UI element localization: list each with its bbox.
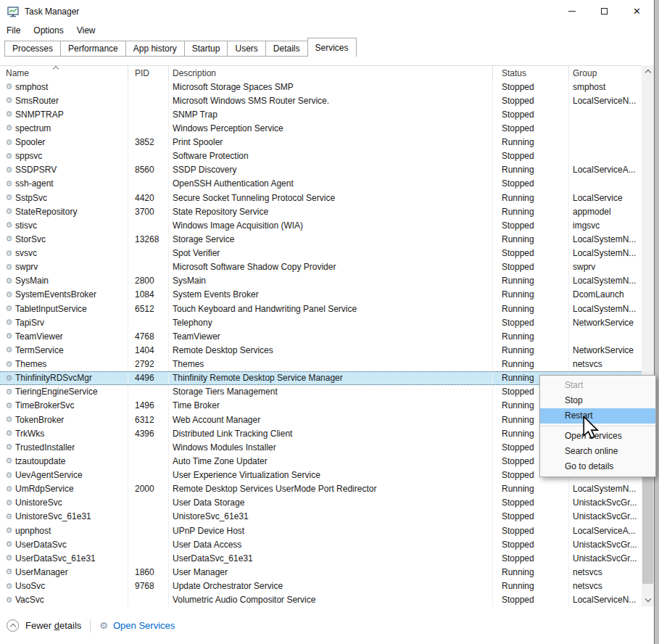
service-group-cell: netsvcs (569, 579, 642, 593)
table-row[interactable]: ⚙spectrumWindows Perception ServiceStopp… (0, 121, 642, 135)
tab-services[interactable]: Services (307, 38, 357, 57)
table-row[interactable]: ⚙SstpSvc4420Secure Socket Tunneling Prot… (0, 191, 642, 205)
service-name-text: SSDPSRV (15, 165, 57, 175)
table-row[interactable]: ⚙Themes2792ThemesRunningnetsvcs (0, 358, 642, 371)
service-description-cell: Print Spooler (169, 136, 493, 149)
table-row[interactable]: ⚙svsvcSpot VerifierStoppedLocalSystemN..… (0, 247, 642, 260)
service-name-cell: ⚙SstpSvc (0, 191, 128, 205)
table-row[interactable]: ⚙TermService1404Remote Desktop ServicesR… (0, 343, 642, 357)
menubar-item-options[interactable]: Options (27, 24, 70, 37)
service-name-cell: ⚙SNMPTRAP (0, 107, 128, 121)
close-button[interactable]: ✕ (621, 0, 653, 22)
service-name-text: sppsvc (15, 151, 42, 161)
menubar-item-view[interactable]: View (70, 24, 102, 37)
table-row[interactable]: ⚙Spooler3852Print SpoolerRunning (0, 136, 642, 149)
gear-icon: ⚙ (3, 582, 15, 591)
table-row[interactable]: ⚙ssh-agentOpenSSH Authentication AgentSt… (0, 177, 642, 191)
service-name-cell: ⚙TabletInputService (0, 302, 128, 315)
context-menu-item-search-online[interactable]: Search online (540, 444, 655, 459)
table-row[interactable]: ⚙SSDPSRV8560SSDP DiscoveryRunningLocalSe… (0, 163, 642, 177)
fewer-details-button[interactable]: Fewer details (7, 619, 81, 632)
table-row[interactable]: ⚙UserDataSvc_61e31UserDataSvc_61e31Stopp… (0, 551, 642, 565)
open-services-link[interactable]: ⚙ Open Services (99, 620, 175, 631)
context-menu-item-go-to-details[interactable]: Go to details (540, 459, 655, 474)
table-row[interactable]: ⚙SNMPTRAPSNMP TrapStopped (0, 107, 642, 121)
menu-bar: FileOptionsView (0, 23, 654, 38)
table-row[interactable]: ⚙upnphostUPnP Device HostStoppedLocalSer… (0, 524, 642, 537)
tab-users[interactable]: Users (227, 41, 265, 57)
table-row[interactable]: ⚙TabletInputService6512Touch Keyboard an… (0, 302, 642, 315)
service-name-cell: ⚙UnistoreSvc_61e31 (0, 510, 128, 524)
scroll-down-button[interactable] (642, 594, 654, 606)
arrow-cursor (582, 416, 600, 439)
service-status-cell: Stopped (493, 510, 569, 524)
service-description-cell: UnistoreSvc_61e31 (169, 510, 493, 524)
gear-icon: ⚙ (3, 595, 15, 605)
table-row[interactable]: ⚙VacSvcVolumetric Audio Compositor Servi… (0, 593, 642, 607)
service-name-text: UserManager (15, 567, 68, 577)
service-name-cell: ⚙swprv (0, 260, 128, 274)
service-group-cell: LocalServiceA... (569, 163, 642, 177)
service-name-cell: ⚙ssh-agent (0, 177, 128, 191)
service-description-cell: User Data Storage (169, 496, 493, 510)
table-row[interactable]: ⚙UserManager1860User ManagerRunningnetsv… (0, 565, 642, 579)
gear-icon: ⚙ (3, 82, 15, 91)
tab-processes[interactable]: Processes (4, 41, 61, 57)
column-header-status[interactable]: Status (493, 66, 569, 80)
service-pid-cell (128, 440, 169, 454)
service-description-cell: SNMP Trap (169, 107, 493, 121)
tab-startup[interactable]: Startup (184, 41, 228, 57)
table-row[interactable]: ⚙swprvMicrosoft Software Shadow Copy Pro… (0, 260, 642, 274)
service-status-cell: Stopped (493, 218, 569, 232)
service-pid-cell: 2792 (128, 358, 169, 371)
service-description-cell: OpenSSH Authentication Agent (169, 177, 493, 191)
table-row[interactable]: ⚙SmsRouterMicrosoft Windows SMS Router S… (0, 94, 642, 107)
table-row[interactable]: ⚙SystemEventsBroker1084System Events Bro… (0, 288, 642, 302)
service-group-cell: LocalServiceN... (569, 94, 642, 107)
menubar-item-file[interactable]: File (0, 24, 27, 37)
service-group-cell (569, 329, 642, 343)
service-name-cell: ⚙tzautoupdate (0, 454, 128, 468)
vertical-scrollbar[interactable] (642, 65, 654, 606)
service-pid-cell (128, 593, 169, 607)
table-row[interactable]: ⚙TapiSrvTelephonyStoppedNetworkService (0, 315, 642, 329)
scroll-up-button[interactable] (642, 65, 654, 78)
column-header-name[interactable]: Name (0, 66, 128, 80)
gear-icon: ⚙ (3, 110, 15, 119)
service-name-text: Themes (15, 359, 46, 369)
minimize-button[interactable] (555, 0, 588, 22)
column-header-group[interactable]: Group (569, 66, 642, 80)
tab-details[interactable]: Details (265, 41, 308, 57)
service-name-cell: ⚙UserManager (0, 565, 128, 579)
table-row[interactable]: ⚙UsoSvc9768Update Orchestrator ServiceRu… (0, 579, 642, 593)
service-name-text: UevAgentService (15, 470, 83, 480)
chevron-up-icon (645, 70, 650, 75)
table-row[interactable]: ⚙UmRdpService2000Remote Desktop Services… (0, 482, 642, 496)
tab-app-history[interactable]: App history (125, 41, 185, 57)
table-row[interactable]: ⚙StateRepository3700State Repository Ser… (0, 205, 642, 218)
table-row[interactable]: ⚙stisvcWindows Image Acquisition (WIA)St… (0, 218, 642, 232)
service-name-cell: ⚙TrkWks (0, 426, 128, 440)
context-menu-item-stop[interactable]: Stop (540, 393, 655, 408)
tab-performance[interactable]: Performance (60, 41, 126, 57)
column-header-description[interactable]: Description (169, 66, 493, 80)
service-name-text: UsoSvc (15, 581, 45, 591)
service-status-cell: Stopped (493, 177, 569, 191)
service-name-text: SstpSvc (15, 193, 47, 203)
column-header-pid[interactable]: PID (128, 66, 169, 80)
service-status-cell: Stopped (493, 107, 569, 121)
table-row[interactable]: ⚙UnistoreSvcUser Data StorageStoppedUnis… (0, 496, 642, 510)
table-row[interactable]: ⚙SysMain2800SysMainRunningLocalSystemN..… (0, 274, 642, 288)
table-row[interactable]: ⚙UserDataSvcUser Data AccessStoppedUnist… (0, 537, 642, 551)
service-name-cell: ⚙UevAgentService (0, 468, 128, 482)
window-title: Task Manager (25, 7, 79, 17)
service-name-text: UnistoreSvc (15, 498, 62, 508)
service-pid-cell: 6312 (128, 413, 169, 426)
table-row[interactable]: ⚙TeamViewer4768TeamViewerRunning (0, 329, 642, 343)
maximize-button[interactable] (588, 0, 621, 22)
table-row[interactable]: ⚙smphostMicrosoft Storage Spaces SMPStop… (0, 80, 642, 94)
table-row[interactable]: ⚙StorSvc13268Storage ServiceRunningLocal… (0, 232, 642, 246)
table-row[interactable]: ⚙sppsvcSoftware ProtectionStopped (0, 149, 642, 163)
table-row[interactable]: ⚙UnistoreSvc_61e31UnistoreSvc_61e31Stopp… (0, 510, 642, 524)
gear-icon: ⚙ (3, 220, 15, 230)
